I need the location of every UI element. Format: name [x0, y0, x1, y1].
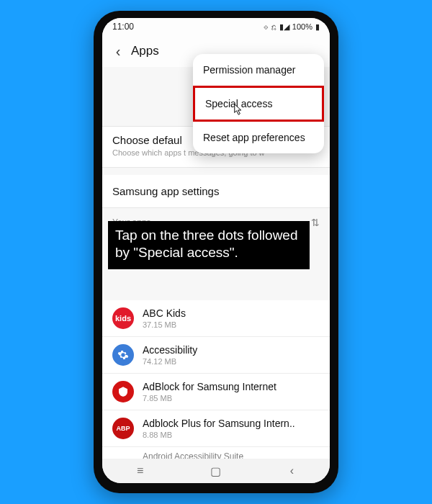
instruction-text: Tap on the three dots followed by "Speci… — [115, 228, 298, 260]
app-size: 37.15 MB — [143, 320, 186, 329]
app-size: 74.12 MB — [143, 357, 197, 366]
menu-special-access-label: Special access — [205, 98, 272, 109]
status-time: 11:00 — [112, 22, 134, 32]
phone-screen: 11:00 ⟐ ⎌ ▮◢ 100% ▮ ‹ Apps Permission ma… — [102, 18, 330, 483]
app-size: 7.85 MB — [143, 394, 276, 402]
status-bar: 11:00 ⟐ ⎌ ▮◢ 100% ▮ — [102, 18, 330, 35]
app-size: 8.88 MB — [143, 431, 295, 439]
battery-text: 100% — [292, 22, 312, 31]
menu-permission-manager[interactable]: Permission manager — [193, 54, 324, 86]
app-name: Adblock Plus for Samsung Intern.. — [143, 418, 295, 429]
app-name: Accessibility — [143, 344, 197, 356]
app-name: AdBlock for Samsung Internet — [143, 381, 276, 392]
samsung-app-settings-label: Samsung app settings — [112, 185, 219, 197]
gear-icon — [112, 344, 134, 366]
phone-frame: 11:00 ⟐ ⎌ ▮◢ 100% ▮ ‹ Apps Permission ma… — [94, 11, 338, 493]
nav-back-icon[interactable]: ‹ — [277, 464, 306, 477]
status-icons: ⟐ ⎌ ▮◢ 100% ▮ — [264, 22, 320, 32]
app-list: kids ABC Kids 37.15 MB Accessibility 74.… — [102, 300, 330, 462]
battery-icon: ▮ — [315, 22, 320, 32]
nav-home-icon[interactable]: ▢ — [202, 464, 230, 478]
signal-icon: ▮◢ — [279, 22, 289, 32]
app-icon-abc-kids: kids — [112, 307, 134, 329]
wifi-icon: ⎌ — [271, 22, 276, 31]
nfc-icon: ⟐ — [264, 22, 269, 31]
overflow-menu: Permission manager Special access Reset … — [193, 54, 324, 153]
instruction-overlay: Tap on the three dots followed by "Speci… — [108, 221, 310, 269]
list-item[interactable]: ABP Adblock Plus for Samsung Intern.. 8.… — [102, 410, 330, 447]
menu-special-access[interactable]: Special access — [193, 86, 324, 122]
app-name: ABC Kids — [143, 307, 186, 319]
app-icon-adblock — [112, 381, 134, 402]
app-icon-adblock-plus: ABP — [112, 418, 134, 439]
list-item[interactable]: AdBlock for Samsung Internet 7.85 MB — [102, 374, 330, 410]
back-icon[interactable]: ‹ — [109, 42, 127, 60]
header-title: Apps — [131, 44, 159, 58]
menu-reset-app-preferences[interactable]: Reset app preferences — [193, 122, 324, 153]
sort-icon[interactable]: ⇅ — [311, 217, 320, 228]
navigation-bar: ≡ ▢ ‹ — [102, 459, 330, 483]
samsung-app-settings[interactable]: Samsung app settings — [102, 175, 330, 208]
list-item[interactable]: kids ABC Kids 37.15 MB — [102, 300, 330, 337]
list-item[interactable]: Accessibility 74.12 MB — [102, 337, 330, 374]
nav-recents-icon[interactable]: ≡ — [126, 464, 155, 477]
